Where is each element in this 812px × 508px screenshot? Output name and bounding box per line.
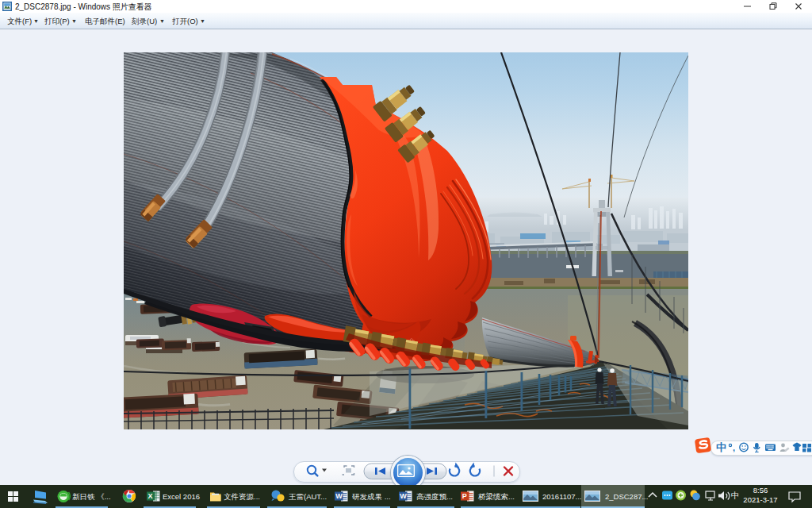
- svg-text:W: W: [400, 492, 407, 500]
- svg-text:,: ,: [733, 443, 735, 452]
- svg-text:W: W: [335, 492, 343, 500]
- svg-text:X: X: [148, 492, 153, 500]
- svg-text:中: 中: [716, 441, 726, 453]
- svg-text:P: P: [462, 492, 467, 500]
- svg-text:中: 中: [731, 491, 740, 500]
